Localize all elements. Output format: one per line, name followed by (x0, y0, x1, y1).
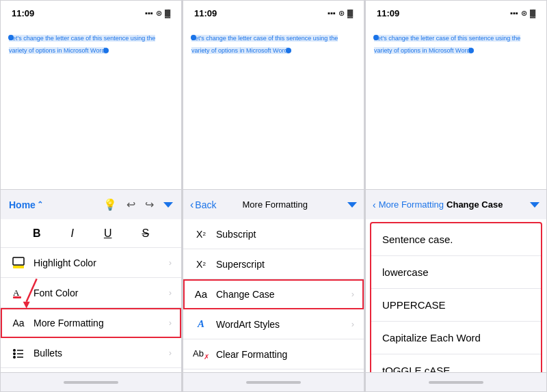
signal-icon-3: ▪▪▪ (510, 9, 518, 17)
menu-item-moreformatting[interactable]: Aa More Formatting › (1, 308, 181, 338)
bullets-chevron: › (169, 348, 172, 358)
status-bar-3: 11:09 ▪▪▪ ⊛ ▓ (366, 1, 546, 25)
toolbar-title-1[interactable]: Home ⌃ (9, 199, 43, 210)
signal-icon: ▪▪▪ (145, 9, 153, 17)
doc-text-3: Let's change the letter case of this sen… (374, 35, 520, 54)
cursor-handle-left-3 (373, 35, 379, 40)
panel-2: 11:09 ▪▪▪ ⊛ ▓ Let's change the letter ca… (183, 0, 364, 392)
panel-1: 11:09 ▪▪▪ ⊛ ▓ Let's change the letter ca… (0, 0, 182, 392)
case-label-sentence: Sentence case. (382, 234, 453, 245)
time-2: 11:09 (194, 8, 217, 18)
panel3-subtitle: Change Case (446, 199, 503, 210)
clearformatting-icon: Ab✗ (193, 348, 209, 361)
menu-item-highlight[interactable]: Highlight Color › (1, 248, 181, 278)
panel2-title: More Formatting (220, 199, 330, 210)
menu-item-superscript[interactable]: X2 Superscript (183, 249, 364, 279)
battery-icon-2: ▓ (347, 9, 353, 17)
svg-rect-3 (13, 266, 24, 268)
changecase-label: Change Case (216, 289, 351, 300)
bullets-label: Bullets (34, 348, 169, 359)
more-formatting-menu: X2 Subscript X2 Superscript Aa Change Ca… (183, 219, 364, 372)
cursor-handle-left-2 (191, 35, 196, 40)
case-option-uppercase[interactable]: UPPERCASE (371, 289, 541, 322)
status-icons-1: ▪▪▪ ⊛ ▓ (145, 9, 170, 18)
status-icons-3: ▪▪▪ ⊛ ▓ (510, 9, 535, 18)
toolbar-icons-1: 💡 ↩ ↪ (103, 198, 173, 211)
back-icon-3: ‹ (373, 199, 376, 210)
bottom-bar-1 (1, 372, 181, 391)
fontcolor-label: Font Color (34, 288, 169, 298)
case-option-toggle[interactable]: tOGGLE cASE (371, 354, 541, 372)
toolbar-2: ‹ Back More Formatting (183, 189, 364, 219)
home-indicator-1 (64, 381, 118, 384)
cursor-handle-right-2 (286, 48, 291, 53)
doc-text-1: Let's change the letter case of this sen… (9, 35, 155, 54)
bold-button[interactable]: B (27, 225, 46, 242)
toolbar-dropdown-icon[interactable] (163, 202, 173, 208)
home-indicator-2 (246, 381, 301, 384)
back-button-2[interactable]: ‹ Back (190, 199, 216, 211)
home-label: Home (9, 199, 36, 210)
document-area-1: Let's change the letter case of this sen… (1, 25, 181, 189)
wifi-icon: ⊛ (156, 9, 162, 18)
svg-rect-2 (13, 257, 24, 265)
redo-icon[interactable]: ↪ (145, 198, 154, 211)
fontcolor-chevron: › (169, 288, 172, 298)
doc-text-2: Let's change the letter case of this sen… (191, 35, 338, 54)
subscript-icon: X2 (193, 229, 209, 240)
document-area-3: Let's change the letter case of this sen… (366, 25, 546, 189)
back-label-2: Back (195, 199, 216, 210)
battery-icon: ▓ (165, 9, 170, 17)
moreformatting-icon: Aa (10, 318, 27, 328)
menu-item-wordart[interactable]: A WordArt Styles › (183, 309, 364, 339)
superscript-icon: X2 (193, 259, 209, 270)
changecase-chevron: › (351, 289, 354, 299)
change-case-box: Sentence case. lowercase UPPERCASE Capit… (370, 222, 542, 372)
toolbar-1: Home ⌃ 💡 ↩ ↪ (1, 189, 181, 219)
time-1: 11:09 (12, 8, 34, 18)
underline-button[interactable]: U (98, 225, 118, 242)
bullets-icon (10, 348, 27, 359)
highlight-label: Highlight Color (34, 257, 169, 268)
panel-3: 11:09 ▪▪▪ ⊛ ▓ Let's change the letter ca… (365, 0, 547, 392)
status-bar-2: 11:09 ▪▪▪ ⊛ ▓ (183, 1, 364, 25)
toolbar-dropdown-3[interactable] (530, 202, 539, 208)
italic-button[interactable]: I (65, 225, 79, 242)
undo-icon[interactable]: ↩ (126, 198, 135, 211)
wordart-icon: A (193, 318, 209, 330)
wordart-label: WordArt Styles (216, 319, 351, 330)
toolbar-chevron-icon: ⌃ (37, 200, 43, 209)
menu-item-changecase[interactable]: Aa Change Case › (183, 279, 364, 309)
lightbulb-icon[interactable]: 💡 (103, 198, 117, 211)
status-icons-2: ▪▪▪ ⊛ ▓ (328, 9, 353, 18)
case-option-capitalize[interactable]: Capitalize Each Word (371, 322, 541, 354)
subscript-label: Subscript (216, 229, 354, 240)
highlight-chevron: › (169, 257, 172, 268)
wordart-chevron: › (351, 319, 354, 329)
wifi-icon-2: ⊛ (338, 9, 345, 18)
case-label-uppercase: UPPERCASE (382, 299, 446, 311)
status-bar-1: 11:09 ▪▪▪ ⊛ ▓ (1, 1, 181, 25)
menu-item-subscript[interactable]: X2 Subscript (183, 219, 364, 249)
home-indicator-3 (429, 381, 483, 384)
cursor-handle-right (103, 48, 109, 53)
case-option-sentence[interactable]: Sentence case. (371, 223, 541, 256)
panel3-nav: ‹ More Formatting Change Case (373, 199, 527, 210)
toolbar-3: ‹ More Formatting Change Case (366, 189, 546, 219)
changecase-icon: Aa (193, 288, 209, 300)
signal-icon-2: ▪▪▪ (328, 9, 336, 17)
svg-point-6 (13, 349, 16, 352)
strikethrough-button[interactable]: S (136, 225, 155, 242)
change-case-list: Sentence case. lowercase UPPERCASE Capit… (366, 219, 546, 372)
superscript-label: Superscript (216, 259, 354, 270)
bottom-bar-3 (366, 372, 546, 391)
back-label-3[interactable]: More Formatting (379, 199, 444, 210)
cursor-handle-right-3 (468, 48, 474, 53)
svg-point-8 (13, 352, 16, 355)
case-option-lowercase[interactable]: lowercase (371, 256, 541, 289)
toolbar-dropdown-2[interactable] (347, 202, 357, 208)
menu-item-clearformatting[interactable]: Ab✗ Clear Formatting (183, 339, 364, 369)
menu-item-numbering[interactable]: 1. 2. 3. Numbering › (1, 368, 181, 372)
menu-item-bullets[interactable]: Bullets › (1, 338, 181, 368)
time-3: 11:09 (377, 8, 399, 18)
